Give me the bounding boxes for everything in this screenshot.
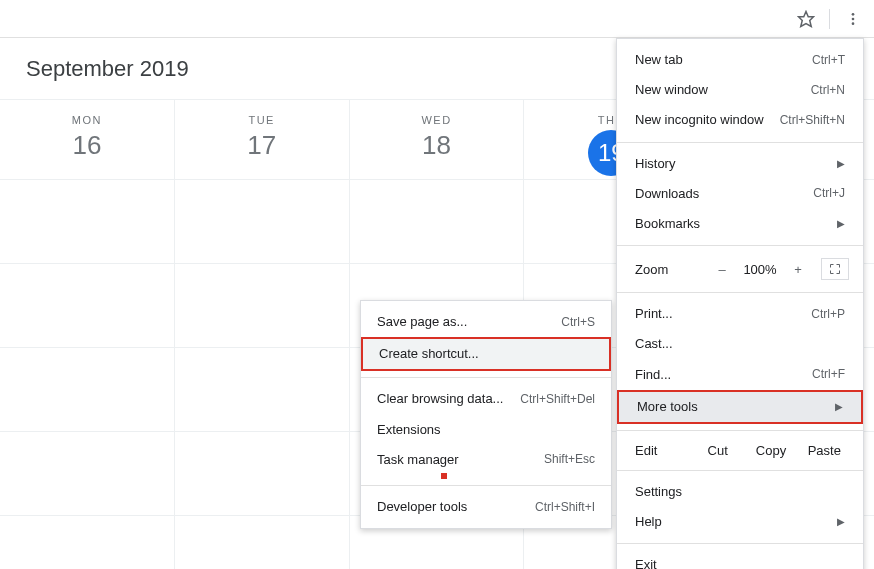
svg-point-3 [852,22,855,25]
day-abbr: WED [350,114,524,126]
menu-separator [361,377,611,378]
menu-label: More tools [637,398,698,416]
menu-label: History [635,155,675,173]
menu-label: Exit [635,556,657,569]
submenu-arrow-icon: ▶ [837,217,845,231]
edit-label: Edit [635,443,691,458]
menu-exit[interactable]: Exit [617,550,863,569]
menu-label: Downloads [635,185,699,203]
day-column[interactable]: WED 18 [350,100,525,179]
menu-label: Clear browsing data... [377,390,503,408]
cut-button[interactable]: Cut [691,443,744,458]
svg-marker-0 [799,11,814,26]
menu-shortcut: Ctrl+T [812,52,845,69]
calendar-title: September 2019 [26,56,189,82]
menu-settings[interactable]: Settings [617,477,863,507]
menu-label: Task manager [377,451,459,469]
submenu-arrow-icon: ▶ [835,400,843,414]
submenu-clear-browsing-data[interactable]: Clear browsing data... Ctrl+Shift+Del [361,384,611,414]
menu-shortcut: Ctrl+P [811,306,845,323]
menu-shortcut: Ctrl+N [811,82,845,99]
submenu-extensions[interactable]: Extensions [361,415,611,445]
menu-shortcut: Ctrl+Shift+Del [520,391,595,408]
menu-zoom-row: Zoom – 100% + [617,252,863,286]
menu-edit-row: Edit Cut Copy Paste [617,437,863,464]
menu-label: Create shortcut... [379,345,479,363]
paste-button[interactable]: Paste [798,443,851,458]
bookmark-star-icon[interactable] [797,10,815,28]
menu-cast[interactable]: Cast... [617,329,863,359]
day-abbr: TUE [175,114,349,126]
submenu-developer-tools[interactable]: Developer tools Ctrl+Shift+I [361,492,611,522]
zoom-value: 100% [739,262,781,277]
menu-new-window[interactable]: New window Ctrl+N [617,75,863,105]
menu-new-tab[interactable]: New tab Ctrl+T [617,45,863,75]
menu-shortcut: Ctrl+Shift+I [535,499,595,516]
menu-bookmarks[interactable]: Bookmarks ▶ [617,209,863,239]
menu-label: Help [635,513,662,531]
menu-label: Extensions [377,421,441,439]
toolbar-divider [829,9,830,29]
menu-separator [361,485,611,486]
menu-print[interactable]: Print... Ctrl+P [617,299,863,329]
menu-shortcut: Shift+Esc [544,451,595,468]
menu-separator [617,142,863,143]
more-tools-submenu: Save page as... Ctrl+S Create shortcut..… [360,300,612,529]
day-column[interactable]: TUE 17 [175,100,350,179]
svg-point-2 [852,17,855,20]
submenu-arrow-icon: ▶ [837,157,845,171]
menu-separator [617,245,863,246]
menu-separator [617,543,863,544]
zoom-in-button[interactable]: + [785,262,811,277]
submenu-arrow-icon: ▶ [837,515,845,529]
submenu-task-manager[interactable]: Task manager Shift+Esc [361,445,611,475]
menu-label: Settings [635,483,682,501]
day-abbr: MON [0,114,174,126]
menu-shortcut: Ctrl+J [813,185,845,202]
menu-label: New incognito window [635,111,764,129]
day-column[interactable]: MON 16 [0,100,175,179]
menu-separator [617,470,863,471]
submenu-create-shortcut[interactable]: Create shortcut... [361,337,611,371]
menu-label: Developer tools [377,498,467,516]
fullscreen-button[interactable] [821,258,849,280]
menu-separator [617,292,863,293]
menu-more-tools[interactable]: More tools ▶ [617,390,863,424]
zoom-label: Zoom [635,262,705,277]
zoom-out-button[interactable]: – [709,262,735,277]
menu-history[interactable]: History ▶ [617,149,863,179]
menu-label: Find... [635,366,671,384]
copy-button[interactable]: Copy [744,443,797,458]
menu-label: Save page as... [377,313,467,331]
menu-label: Bookmarks [635,215,700,233]
menu-label: Cast... [635,335,673,353]
menu-shortcut: Ctrl+F [812,366,845,383]
chrome-main-menu: New tab Ctrl+T New window Ctrl+N New inc… [616,38,864,569]
day-number: 16 [0,130,174,161]
browser-toolbar [0,0,874,38]
menu-label: Print... [635,305,673,323]
menu-find[interactable]: Find... Ctrl+F [617,360,863,390]
svg-point-1 [852,13,855,16]
chrome-menu-button[interactable] [844,10,862,28]
submenu-save-page[interactable]: Save page as... Ctrl+S [361,307,611,337]
menu-shortcut: Ctrl+S [561,314,595,331]
notification-dot-icon [441,473,447,479]
day-number: 18 [350,130,524,161]
menu-label: New tab [635,51,683,69]
day-number: 17 [175,130,349,161]
menu-help[interactable]: Help ▶ [617,507,863,537]
menu-label: New window [635,81,708,99]
menu-separator [617,430,863,431]
menu-shortcut: Ctrl+Shift+N [780,112,845,129]
menu-downloads[interactable]: Downloads Ctrl+J [617,179,863,209]
menu-new-incognito[interactable]: New incognito window Ctrl+Shift+N [617,105,863,135]
